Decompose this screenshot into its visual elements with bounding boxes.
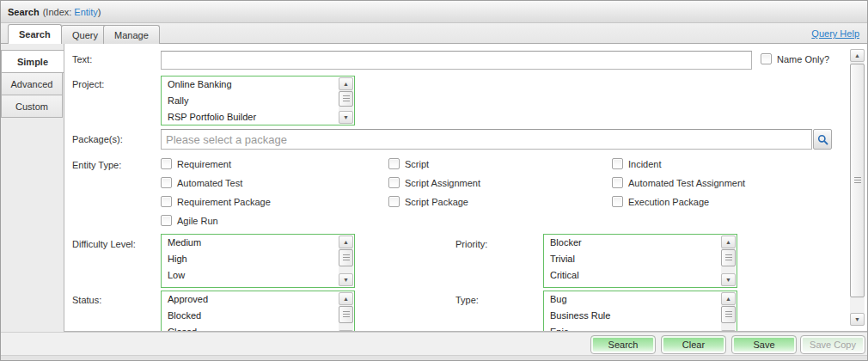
list-item[interactable]: Low bbox=[162, 267, 354, 284]
search-button[interactable]: Search bbox=[590, 335, 656, 354]
list-item[interactable]: Epic bbox=[544, 324, 737, 332]
list-item[interactable]: Rally bbox=[162, 93, 354, 109]
scroll-up-icon[interactable]: ▲ bbox=[721, 292, 736, 305]
list-item[interactable]: Online Banking bbox=[162, 76, 354, 93]
scrollbar-thumb[interactable] bbox=[721, 306, 736, 323]
list-item[interactable]: Medium bbox=[162, 235, 354, 251]
checkbox[interactable] bbox=[161, 215, 172, 226]
list-item[interactable]: Blocked bbox=[162, 308, 354, 324]
checkbox-label: Automated Test Assignment bbox=[628, 178, 745, 188]
scrollbar-thumb[interactable] bbox=[339, 249, 353, 266]
panel-scrollbar[interactable]: ▲ ▼ bbox=[850, 49, 865, 326]
checkbox-label: Script Assignment bbox=[405, 178, 480, 188]
save-button[interactable]: Save bbox=[731, 335, 797, 354]
checkbox-script[interactable]: Script bbox=[388, 158, 429, 169]
index-prefix: (Index: bbox=[43, 7, 72, 17]
grip-icon bbox=[343, 95, 350, 102]
checkbox[interactable] bbox=[161, 177, 172, 188]
checkbox-script-package[interactable]: Script Package bbox=[388, 196, 468, 207]
text-input[interactable] bbox=[161, 51, 752, 70]
checkbox[interactable] bbox=[612, 158, 623, 169]
type-listbox[interactable]: Bug Business Rule Epic ▲ ▼ bbox=[543, 291, 737, 332]
checkbox-label: Incident bbox=[628, 159, 662, 169]
priority-scrollbar[interactable]: ▲ ▼ bbox=[721, 236, 736, 286]
checkbox-automated-test-assignment[interactable]: Automated Test Assignment bbox=[612, 177, 745, 188]
type-scrollbar[interactable]: ▲ ▼ bbox=[721, 292, 736, 332]
scroll-down-icon[interactable]: ▼ bbox=[339, 111, 353, 124]
footer-bar: Search Clear Save Save Copy bbox=[1, 332, 867, 355]
scroll-up-icon[interactable]: ▲ bbox=[339, 292, 353, 305]
status-listbox[interactable]: Approved Blocked Closed ▲ ▼ bbox=[161, 291, 355, 332]
checkbox[interactable] bbox=[612, 177, 623, 188]
checkbox[interactable] bbox=[388, 158, 400, 169]
checkbox-label: Requirement bbox=[177, 159, 231, 169]
list-item[interactable]: Business Rule bbox=[544, 308, 737, 324]
scroll-up-icon[interactable]: ▲ bbox=[339, 236, 353, 248]
tab-strip: Search Query Manage bbox=[1, 23, 867, 44]
side-tab-column: Simple Advanced Custom bbox=[1, 44, 64, 330]
list-item[interactable]: Bug bbox=[544, 291, 737, 308]
checkbox[interactable] bbox=[388, 196, 400, 207]
search-form-panel: Text: Name Only? Project: Online Banking… bbox=[64, 44, 868, 332]
checkbox[interactable] bbox=[388, 177, 400, 188]
checkbox[interactable] bbox=[161, 158, 172, 169]
checkbox-label: Automated Test bbox=[177, 178, 242, 188]
project-scrollbar[interactable]: ▲ ▼ bbox=[339, 77, 353, 124]
side-tab-custom[interactable]: Custom bbox=[1, 95, 63, 118]
scroll-up-icon[interactable]: ▲ bbox=[721, 236, 736, 248]
checkbox-execution-package[interactable]: Execution Package bbox=[612, 196, 709, 207]
scroll-down-icon[interactable]: ▼ bbox=[721, 273, 736, 286]
priority-label: Priority: bbox=[455, 239, 487, 249]
name-only-checkbox-row[interactable]: Name Only? bbox=[761, 53, 829, 64]
name-only-label: Name Only? bbox=[777, 54, 829, 64]
package-input[interactable] bbox=[161, 129, 812, 150]
scroll-down-icon[interactable]: ▼ bbox=[850, 313, 865, 326]
list-item[interactable]: High bbox=[162, 251, 354, 267]
checkbox-automated-test[interactable]: Automated Test bbox=[161, 177, 242, 188]
scroll-up-icon[interactable]: ▲ bbox=[339, 77, 353, 90]
checkbox-label: Requirement Package bbox=[177, 197, 271, 207]
package-search-button[interactable] bbox=[813, 129, 832, 150]
list-item[interactable]: RSP Portfolio Builder bbox=[162, 109, 354, 125]
checkbox-label: Script bbox=[405, 159, 429, 169]
name-only-checkbox[interactable] bbox=[761, 53, 772, 64]
checkbox-script-assignment[interactable]: Script Assignment bbox=[388, 177, 480, 188]
list-item[interactable]: Critical bbox=[544, 267, 737, 284]
difficulty-listbox[interactable]: Medium High Low ▲ ▼ bbox=[161, 234, 355, 288]
tab-manage[interactable]: Manage bbox=[103, 25, 160, 44]
scrollbar-thumb[interactable] bbox=[850, 64, 865, 297]
clear-button[interactable]: Clear bbox=[661, 335, 726, 354]
grip-icon bbox=[725, 311, 732, 318]
status-scrollbar[interactable]: ▲ ▼ bbox=[339, 292, 353, 332]
list-item[interactable]: Approved bbox=[162, 291, 354, 308]
checkbox-agile-run[interactable]: Agile Run bbox=[161, 215, 218, 226]
list-item[interactable]: Trivial bbox=[544, 251, 737, 267]
side-tab-simple[interactable]: Simple bbox=[1, 50, 64, 73]
page-title: Search bbox=[8, 7, 40, 17]
scroll-up-icon[interactable]: ▲ bbox=[850, 49, 865, 62]
priority-listbox[interactable]: Blocker Trivial Critical ▲ ▼ bbox=[543, 234, 737, 288]
checkbox-requirement[interactable]: Requirement bbox=[161, 158, 231, 169]
project-listbox[interactable]: Online Banking Rally RSP Portfolio Build… bbox=[161, 76, 355, 125]
index-entity-link[interactable]: Entity bbox=[74, 7, 98, 17]
difficulty-scrollbar[interactable]: ▲ ▼ bbox=[339, 236, 353, 286]
list-item[interactable]: Closed bbox=[162, 324, 354, 332]
list-item[interactable]: Blocker bbox=[544, 235, 737, 251]
checkbox[interactable] bbox=[612, 196, 623, 207]
index-suffix: ) bbox=[98, 7, 101, 17]
side-tab-advanced[interactable]: Advanced bbox=[1, 72, 63, 95]
tab-query[interactable]: Query bbox=[61, 25, 109, 44]
checkbox[interactable] bbox=[161, 196, 172, 207]
checkbox-requirement-package[interactable]: Requirement Package bbox=[161, 196, 271, 207]
scrollbar-thumb[interactable] bbox=[721, 249, 736, 266]
query-help-link[interactable]: Query Help bbox=[811, 28, 859, 39]
tab-search[interactable]: Search bbox=[8, 24, 62, 44]
checkbox-label: Execution Package bbox=[628, 197, 709, 207]
checkbox-incident[interactable]: Incident bbox=[612, 158, 662, 169]
save-copy-button[interactable]: Save Copy bbox=[800, 335, 865, 354]
checkbox-label: Agile Run bbox=[177, 216, 218, 226]
scrollbar-thumb[interactable] bbox=[339, 91, 353, 107]
scrollbar-thumb[interactable] bbox=[339, 306, 353, 323]
scroll-down-icon[interactable]: ▼ bbox=[339, 273, 353, 286]
status-label: Status: bbox=[72, 295, 101, 305]
